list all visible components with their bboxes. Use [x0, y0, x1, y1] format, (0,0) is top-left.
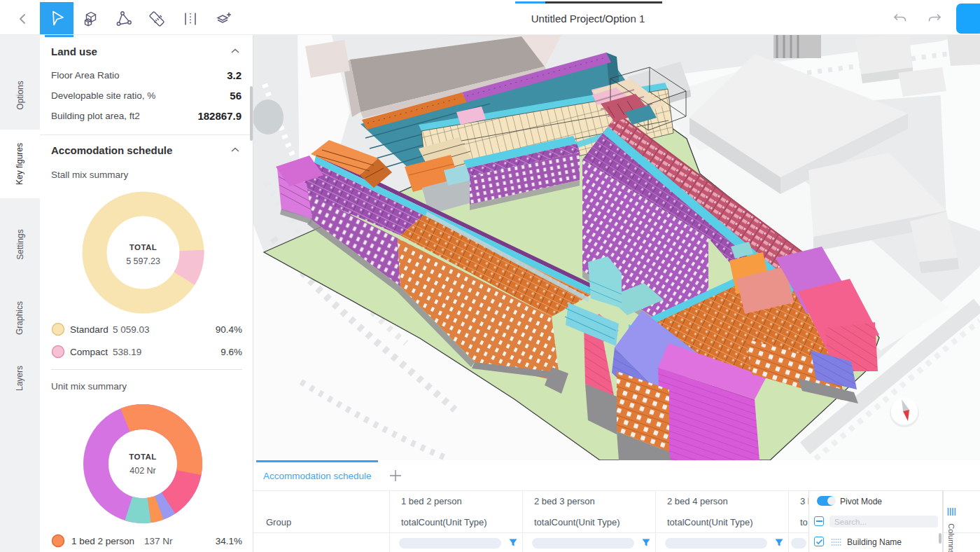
svg-text:Compact: Compact — [70, 347, 108, 357]
svg-text:1 bed 2 person: 1 bed 2 person — [71, 536, 134, 546]
svg-text:Standard: Standard — [70, 324, 108, 335]
svg-text:402 Nr: 402 Nr — [130, 466, 156, 476]
svg-text:5 597.23: 5 597.23 — [126, 256, 160, 266]
svg-text:90.4%: 90.4% — [216, 324, 242, 335]
svg-text:9.6%: 9.6% — [220, 347, 242, 357]
svg-text:TOTAL: TOTAL — [129, 453, 157, 461]
svg-text:5 059.03: 5 059.03 — [113, 324, 150, 335]
svg-text:538.19: 538.19 — [113, 347, 141, 357]
svg-text:TOTAL: TOTAL — [130, 243, 158, 251]
svg-text:34.1%: 34.1% — [216, 536, 242, 546]
svg-text:137 Nr: 137 Nr — [144, 536, 173, 546]
